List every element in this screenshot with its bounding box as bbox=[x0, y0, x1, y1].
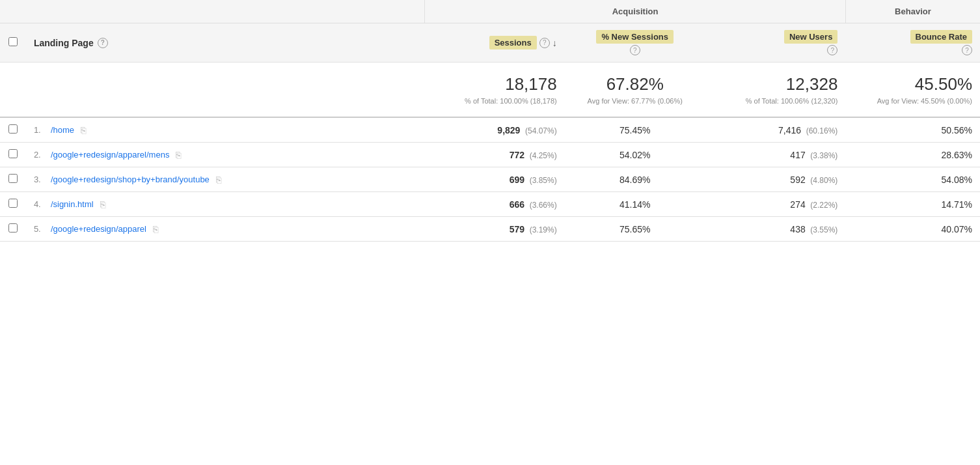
page-link[interactable]: /home bbox=[51, 125, 74, 135]
row-checkbox-cell[interactable] bbox=[0, 192, 26, 217]
sessions-sort-icon[interactable]: ↓ bbox=[552, 38, 557, 48]
summary-sessions-sub: % of Total: 100.00% (18,178) bbox=[433, 97, 557, 105]
landing-page-cell: 5. /google+redesign/apparel ⎘ bbox=[26, 217, 425, 242]
row-checkbox-cell[interactable] bbox=[0, 167, 26, 192]
copy-icon[interactable]: ⎘ bbox=[153, 224, 158, 234]
select-all-checkbox[interactable] bbox=[8, 37, 18, 46]
new-sessions-cell: 75.65% bbox=[565, 217, 705, 242]
new-users-cell: 7,416 (60.16%) bbox=[705, 117, 846, 143]
bounce-rate-value: 50.56% bbox=[942, 125, 972, 135]
row-checkbox-cell[interactable] bbox=[0, 217, 26, 242]
bounce-rate-cell: 14.71% bbox=[845, 192, 980, 217]
new-users-cell: 417 (3.38%) bbox=[705, 143, 846, 167]
new-sessions-help-icon[interactable]: ? bbox=[630, 45, 640, 55]
analytics-table: Acquisition Behavior Landing Page ? bbox=[0, 0, 980, 242]
new-users-header: New Users ? bbox=[705, 23, 846, 63]
landing-page-group-cell bbox=[26, 0, 425, 23]
summary-bounce-value: 45.50% bbox=[853, 74, 972, 94]
row-checkbox-cell[interactable] bbox=[0, 143, 26, 167]
summary-bounce-cell: 45.50% Avg for View: 45.50% (0.00%) bbox=[845, 63, 980, 118]
copy-icon[interactable]: ⎘ bbox=[216, 175, 221, 185]
sessions-label: Sessions bbox=[489, 36, 537, 49]
landing-page-help-icon[interactable]: ? bbox=[98, 38, 108, 48]
sessions-pct: (3.85%) bbox=[530, 176, 557, 185]
summary-new-sessions-value: 67.82% bbox=[573, 74, 698, 94]
page-link[interactable]: /google+redesign/apparel/mens bbox=[51, 150, 170, 160]
page-link[interactable]: /google+redesign/apparel bbox=[51, 224, 146, 234]
summary-new-sessions-sub: Avg for View: 67.77% (0.06%) bbox=[573, 97, 698, 105]
table-row: 2. /google+redesign/apparel/mens ⎘ 772 (… bbox=[0, 143, 980, 167]
bounce-rate-value: 40.07% bbox=[942, 224, 972, 234]
bounce-rate-value: 28.63% bbox=[942, 150, 972, 160]
new-users-value: 417 bbox=[790, 150, 805, 160]
bounce-rate-cell: 50.56% bbox=[845, 117, 980, 143]
row-number: 3. bbox=[34, 175, 47, 184]
sessions-cell: 9,829 (54.07%) bbox=[425, 117, 565, 143]
new-sessions-header: % New Sessions ? bbox=[565, 23, 705, 63]
row-checkbox-cell[interactable] bbox=[0, 117, 26, 143]
summary-checkbox-cell bbox=[0, 63, 26, 118]
select-all-cell[interactable] bbox=[0, 23, 26, 63]
sessions-cell: 666 (3.66%) bbox=[425, 192, 565, 217]
row-number: 4. bbox=[34, 199, 47, 209]
sessions-help-icon[interactable]: ? bbox=[539, 38, 550, 48]
summary-new-users-value: 12,328 bbox=[713, 74, 838, 94]
new-sessions-value: 75.45% bbox=[619, 125, 650, 135]
row-checkbox[interactable] bbox=[8, 149, 18, 158]
summary-bounce-sub: Avg for View: 45.50% (0.00%) bbox=[853, 97, 972, 105]
sessions-value: 699 bbox=[510, 175, 524, 185]
copy-icon[interactable]: ⎘ bbox=[176, 150, 181, 160]
row-checkbox[interactable] bbox=[8, 124, 18, 134]
sessions-value: 666 bbox=[510, 199, 524, 210]
new-users-pct: (3.55%) bbox=[810, 225, 837, 234]
sessions-value: 772 bbox=[510, 150, 524, 160]
new-users-pct: (2.22%) bbox=[810, 201, 837, 210]
summary-new-sessions-cell: 67.82% Avg for View: 67.77% (0.06%) bbox=[565, 63, 705, 118]
row-number: 5. bbox=[34, 224, 47, 234]
new-users-value: 7,416 bbox=[778, 125, 801, 135]
table-row: 4. /signin.html ⎘ 666 (3.66%) 41.14% 274… bbox=[0, 192, 980, 217]
new-sessions-cell: 75.45% bbox=[565, 117, 705, 143]
table-row: 5. /google+redesign/apparel ⎘ 579 (3.19%… bbox=[0, 217, 980, 242]
row-number: 1. bbox=[34, 125, 47, 135]
bounce-rate-header: Bounce Rate ? bbox=[845, 23, 980, 63]
bounce-rate-cell: 40.07% bbox=[845, 217, 980, 242]
summary-sessions-value: 18,178 bbox=[433, 74, 557, 94]
summary-landing-cell bbox=[26, 63, 425, 118]
landing-page-header: Landing Page ? bbox=[26, 23, 425, 63]
copy-icon[interactable]: ⎘ bbox=[81, 125, 86, 135]
bounce-rate-value: 54.08% bbox=[942, 175, 972, 185]
sessions-value: 579 bbox=[510, 224, 524, 234]
new-users-help-icon[interactable]: ? bbox=[827, 45, 837, 55]
landing-page-cell: 1. /home ⎘ bbox=[26, 117, 425, 143]
sessions-header: Sessions ? ↓ bbox=[425, 23, 565, 63]
column-header-row: Landing Page ? Sessions ? ↓ % New Sessio… bbox=[0, 23, 980, 63]
new-users-pct: (60.16%) bbox=[806, 126, 838, 135]
behavior-label: Behavior bbox=[895, 7, 931, 16]
new-users-value: 274 bbox=[790, 199, 805, 210]
row-number: 2. bbox=[34, 150, 47, 160]
group-header-row: Acquisition Behavior bbox=[0, 0, 980, 23]
acquisition-group-header: Acquisition bbox=[425, 0, 846, 23]
new-users-label: New Users bbox=[784, 30, 837, 44]
new-users-pct: (3.38%) bbox=[810, 151, 837, 160]
sessions-pct: (3.19%) bbox=[530, 225, 557, 234]
bounce-rate-cell: 54.08% bbox=[845, 167, 980, 192]
sessions-pct: (54.07%) bbox=[525, 126, 557, 135]
table-row: 3. /google+redesign/shop+by+brand/youtub… bbox=[0, 167, 980, 192]
row-checkbox[interactable] bbox=[8, 174, 18, 183]
landing-page-cell: 3. /google+redesign/shop+by+brand/youtub… bbox=[26, 167, 425, 192]
new-sessions-cell: 41.14% bbox=[565, 192, 705, 217]
page-link[interactable]: /google+redesign/shop+by+brand/youtube bbox=[51, 175, 210, 184]
new-users-pct: (4.80%) bbox=[810, 176, 837, 185]
row-checkbox[interactable] bbox=[8, 199, 18, 208]
new-sessions-value: 84.69% bbox=[619, 175, 650, 185]
page-link[interactable]: /signin.html bbox=[51, 199, 94, 209]
sessions-pct: (3.66%) bbox=[530, 201, 557, 210]
new-sessions-value: 54.02% bbox=[619, 150, 650, 160]
landing-page-label: Landing Page bbox=[34, 38, 94, 48]
copy-icon[interactable]: ⎘ bbox=[100, 199, 105, 210]
row-checkbox[interactable] bbox=[8, 223, 18, 232]
new-sessions-cell: 54.02% bbox=[565, 143, 705, 167]
bounce-rate-help-icon[interactable]: ? bbox=[962, 45, 972, 55]
